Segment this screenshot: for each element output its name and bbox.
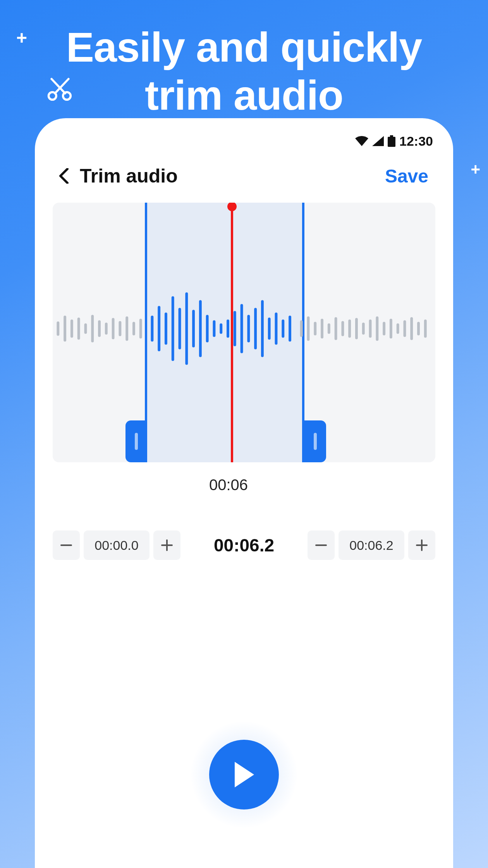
- waveform-panel[interactable]: [53, 203, 435, 462]
- status-bar: 12:30: [44, 127, 444, 155]
- playhead-time: 00:06: [35, 476, 428, 494]
- play-button[interactable]: [209, 740, 279, 809]
- save-button[interactable]: Save: [385, 165, 428, 187]
- svg-rect-2: [390, 135, 393, 137]
- end-increment-button[interactable]: [408, 530, 435, 560]
- svg-rect-62: [421, 539, 423, 551]
- battery-icon: [388, 135, 395, 147]
- wifi-icon: [355, 136, 368, 146]
- end-time-stepper: 00:06.2: [308, 530, 435, 560]
- plus-icon: +: [471, 161, 480, 177]
- svg-rect-3: [388, 137, 395, 147]
- svg-rect-59: [166, 539, 168, 551]
- page-title: Trim audio: [80, 165, 178, 187]
- minus-icon: [315, 544, 327, 546]
- status-time: 12:30: [399, 134, 433, 149]
- minus-icon: [60, 544, 72, 546]
- phone-frame: 12:30 Trim audio Save: [35, 118, 453, 868]
- start-time-stepper: 00:00.0: [53, 530, 180, 560]
- svg-rect-57: [60, 544, 72, 546]
- start-increment-button[interactable]: [153, 530, 180, 560]
- back-button[interactable]: [53, 165, 74, 187]
- start-decrement-button[interactable]: [53, 530, 80, 560]
- cellular-icon: [372, 136, 384, 146]
- current-time: 00:06.2: [214, 535, 274, 556]
- start-time-value[interactable]: 00:00.0: [84, 530, 149, 560]
- plus-icon: [416, 539, 428, 551]
- trim-handle-start[interactable]: [125, 420, 147, 462]
- plus-icon: [161, 539, 173, 551]
- play-icon: [232, 761, 256, 788]
- end-decrement-button[interactable]: [308, 530, 335, 560]
- play-button-halo: [190, 720, 298, 829]
- trim-handle-end[interactable]: [304, 420, 326, 462]
- waveform-icon: [53, 286, 435, 371]
- time-controls: 00:00.0 00:06.2 00:06.2: [53, 530, 435, 560]
- hero-title: Easily and quickly trim audio: [0, 23, 488, 119]
- svg-rect-60: [315, 544, 327, 546]
- app-header: Trim audio Save: [44, 155, 444, 203]
- end-time-value[interactable]: 00:06.2: [339, 530, 404, 560]
- playhead[interactable]: [231, 203, 233, 462]
- chevron-left-icon: [57, 168, 70, 184]
